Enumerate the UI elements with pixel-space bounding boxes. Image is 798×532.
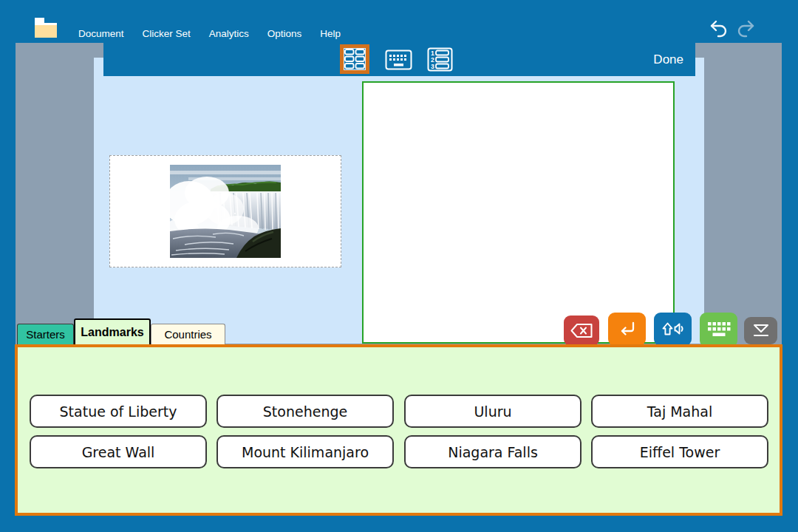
word-cell[interactable]: Statue of Liberty xyxy=(30,395,207,428)
menu-item-options[interactable]: Options xyxy=(267,28,302,39)
return-button[interactable] xyxy=(608,313,646,346)
return-icon xyxy=(618,320,637,339)
speak-button[interactable] xyxy=(654,313,692,346)
speak-icon xyxy=(661,320,685,338)
menu-item-document[interactable]: Document xyxy=(78,28,124,39)
word-cell[interactable]: Taj Mahal xyxy=(591,395,768,428)
word-cell[interactable]: Uluru xyxy=(404,395,582,428)
keyboard-dots-icon xyxy=(707,321,731,338)
tab-countries[interactable]: Countries xyxy=(151,324,225,344)
writing-area[interactable] xyxy=(362,81,675,344)
word-cell[interactable]: Niagara Falls xyxy=(404,435,582,468)
collapse-icon xyxy=(751,323,771,338)
keyboard-outline-icon[interactable] xyxy=(385,50,412,70)
niagara-falls-image xyxy=(170,165,281,258)
tab-landmarks[interactable]: Landmarks xyxy=(74,318,151,344)
keyboard-button[interactable] xyxy=(700,313,737,347)
done-button[interactable]: Done xyxy=(653,43,683,76)
tab-starters[interactable]: Starters xyxy=(17,324,74,344)
hide-grid-button[interactable] xyxy=(744,317,777,344)
main-menu: Document Clicker Set Analytics Options H… xyxy=(78,28,341,39)
word-cell[interactable]: Stonehenge xyxy=(216,395,394,428)
edit-toolbar: 123 Done xyxy=(103,43,695,76)
folder-icon[interactable] xyxy=(35,18,57,38)
word-cell[interactable]: Great Wall xyxy=(30,435,207,468)
menu-item-help[interactable]: Help xyxy=(320,28,341,39)
grid-cells-icon[interactable] xyxy=(340,44,369,74)
clicker-app-window: Document Clicker Set Analytics Options H… xyxy=(0,0,798,532)
redo-icon xyxy=(735,19,756,38)
picture-frame[interactable] xyxy=(109,155,341,267)
word-cell[interactable]: Eiffel Tower xyxy=(591,435,768,468)
undo-icon[interactable] xyxy=(709,19,729,38)
menu-item-analytics[interactable]: Analytics xyxy=(209,28,249,39)
menu-item-clicker-set[interactable]: Clicker Set xyxy=(143,28,191,39)
numbered-list-icon[interactable]: 123 xyxy=(427,47,453,72)
word-cell[interactable]: Mount Kilimanjaro xyxy=(216,435,394,468)
word-grid: Statue of Liberty Stonehenge Uluru Taj M… xyxy=(15,344,782,516)
menu-bar: Document Clicker Set Analytics Options H… xyxy=(0,0,798,43)
svg-text:3: 3 xyxy=(431,63,434,70)
backspace-icon xyxy=(570,323,593,338)
backspace-button[interactable] xyxy=(564,316,599,346)
